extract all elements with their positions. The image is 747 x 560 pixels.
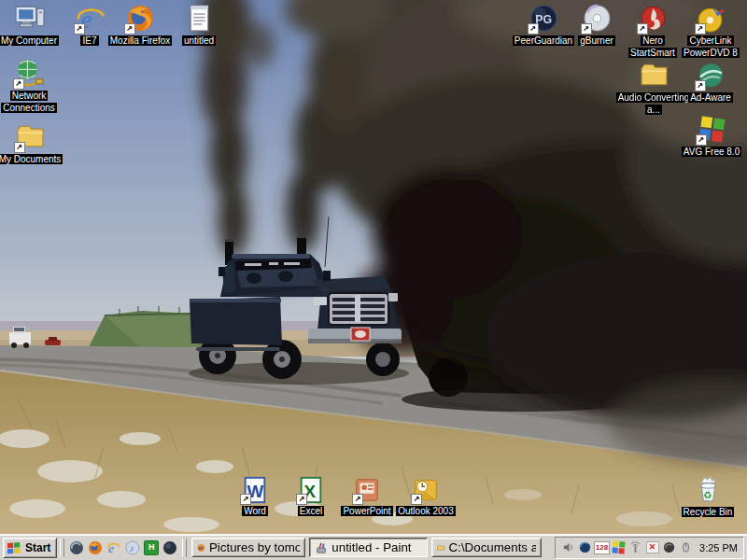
text-document-icon [184, 3, 215, 34]
desktop-icon-ad-aware[interactable]: ↗ Ad-Aware [681, 60, 740, 105]
disabled-device-icon[interactable]: ✕ [645, 541, 659, 554]
nero-flame-icon: ↗ [638, 3, 669, 34]
shortcut-arrow-icon: ↗ [695, 80, 706, 91]
network-connections-icon: ↗ [14, 58, 45, 89]
desktop-icon-word[interactable]: W ↗ Word [225, 476, 285, 518]
badge-128-icon[interactable]: 128 [595, 541, 609, 554]
taskbar-clock[interactable]: 3:25 PM [696, 542, 738, 553]
shortcut-arrow-icon: ↗ [74, 23, 85, 35]
desktop-icon-recycle-bin[interactable]: ♻ Recycle Bin [674, 474, 741, 519]
desktop-icon-outlook-2003[interactable]: ↗ Outlook 2003 [388, 476, 463, 518]
badge-128-text: 128 [594, 541, 610, 554]
task-button-label: Pictures by tomodden - P... [209, 540, 300, 554]
taskbar-grip[interactable] [182, 539, 187, 557]
icon-label: My Documents [0, 154, 63, 166]
firefox-icon [197, 541, 205, 554]
folder-icon: ↗ [15, 121, 46, 152]
start-button-label: Start [25, 541, 50, 554]
quick-launch-internet-explorer-icon[interactable]: e [106, 539, 122, 556]
red-x-glyph: ✕ [646, 541, 659, 553]
blue-globe-tray-icon[interactable] [578, 541, 592, 554]
shortcut-arrow-icon: ↗ [411, 494, 422, 505]
avg-squares-icon: ↗ [697, 114, 727, 145]
shortcut-arrow-icon: ↗ [124, 23, 135, 35]
quick-launch-firefox-icon[interactable] [87, 539, 104, 556]
desktop-icon-network-connections[interactable]: ↗ Network Connections [0, 58, 59, 114]
shortcut-arrow-icon: ↗ [14, 142, 25, 153]
quick-launch-hamachi-icon[interactable]: H [143, 539, 160, 556]
desktop-icon-mozilla-firefox[interactable]: ↗ Mozilla Firefox [101, 3, 179, 48]
desktop-icon-my-computer[interactable]: My Computer [0, 3, 59, 48]
recycle-bin-icon: ♻ [693, 474, 724, 505]
my-computer-icon [14, 3, 45, 34]
shortcut-arrow-icon: ↗ [296, 494, 307, 505]
quick-launch-music-player-icon[interactable]: ♪ [124, 539, 141, 556]
shortcut-arrow-icon: ↗ [695, 23, 706, 35]
shortcut-arrow-icon: ↗ [637, 23, 648, 35]
quick-launch-globe-app-icon[interactable] [162, 539, 178, 556]
desktop-icon-nero-startsmart[interactable]: ↗ Nero StartSmart [623, 3, 683, 59]
volume-icon[interactable] [561, 541, 575, 554]
swirl-tray-icon[interactable] [662, 541, 676, 554]
windows-flag-icon [7, 540, 21, 554]
folder-icon [639, 60, 669, 91]
desktop-icon-excel[interactable]: X ↗ Excel [281, 476, 341, 518]
task-button-explorer-documents[interactable]: C:\Documents and Settin... [431, 538, 542, 557]
desktop-icon-untitled[interactable]: untitled [169, 3, 229, 48]
shortcut-arrow-icon: ↗ [13, 78, 24, 90]
desktop-icon-my-documents[interactable]: ↗ My Documents [0, 121, 65, 166]
icon-label: Recycle Bin [682, 507, 735, 519]
disc-icon: ↗ [582, 3, 613, 34]
icon-label: Network Connections [0, 91, 59, 114]
task-button-paint-untitled[interactable]: untitled - Paint [309, 538, 428, 557]
shortcut-arrow-icon: ↗ [581, 23, 592, 35]
shortcut-arrow-icon: ↗ [528, 23, 539, 35]
desktop: My Computer e ↗ IE7 ↗ Mozilla Firefox un… [0, 0, 747, 560]
task-button-label: untitled - Paint [331, 540, 411, 554]
mouse-tray-icon[interactable] [679, 541, 693, 554]
hamachi-glyph: H [144, 540, 159, 555]
svg-text:♪: ♪ [130, 543, 134, 553]
folder-icon [437, 541, 444, 554]
svg-text:♻: ♻ [703, 490, 712, 500]
powerpoint-icon: ↗ [353, 476, 381, 504]
icon-label: Nero StartSmart [623, 35, 683, 59]
avg-squares-glyph [612, 540, 625, 553]
icon-label: Excel [298, 506, 324, 518]
icon-label: Word [242, 506, 268, 518]
word-icon: W ↗ [241, 476, 269, 504]
shortcut-arrow-icon: ↗ [352, 494, 363, 505]
icon-label: CyberLink PowerDVD 8 [677, 35, 744, 59]
desktop-icon-avg-free[interactable]: ↗ AVG Free 8.0 [678, 114, 745, 159]
task-button-label: C:\Documents and Settin... [449, 540, 537, 554]
shortcut-arrow-icon: ↗ [696, 134, 707, 146]
excel-icon: X ↗ [297, 476, 325, 504]
icon-label: untitled [182, 35, 216, 48]
icon-label: IE7 [80, 35, 98, 48]
taskbar: Start e ♪ H Pictures by tomodden - P... … [0, 534, 747, 560]
icon-label: My Computer [0, 35, 59, 48]
system-tray: 128 ✕ 3:25 PM [555, 537, 744, 559]
ad-aware-globe-icon: ↗ [696, 60, 726, 91]
paint-icon [315, 541, 328, 554]
firefox-icon: ↗ [125, 3, 156, 34]
outlook-icon: ↗ [412, 476, 440, 504]
wireless-tray-icon[interactable] [628, 541, 642, 554]
start-button[interactable]: Start [3, 538, 57, 558]
quick-launch-swirl-icon[interactable] [68, 539, 85, 556]
icon-label: gBurner [578, 35, 615, 48]
icon-label: Ad-Aware [688, 92, 733, 105]
task-button-firefox-pictures[interactable]: Pictures by tomodden - P... [191, 538, 305, 557]
icon-label: AVG Free 8.0 [682, 147, 741, 159]
desktop-icon-gburner[interactable]: ↗ gBurner [567, 3, 627, 48]
icon-label: Outlook 2003 [396, 506, 456, 518]
shortcut-arrow-icon: ↗ [240, 494, 251, 505]
icon-label: PeerGuardian [513, 35, 574, 48]
desktop-icon-cyberlink-powerdvd[interactable]: ↗ CyberLink PowerDVD 8 [677, 3, 744, 59]
icon-label: PowerPoint [341, 506, 392, 518]
peerguardian-icon: PG ↗ [529, 3, 559, 34]
powerdvd-disc-icon: ↗ [696, 3, 726, 34]
avg-tray-icon[interactable] [612, 541, 626, 554]
icon-label: Mozilla Firefox [108, 35, 172, 48]
quick-launch-grip[interactable] [60, 539, 64, 557]
